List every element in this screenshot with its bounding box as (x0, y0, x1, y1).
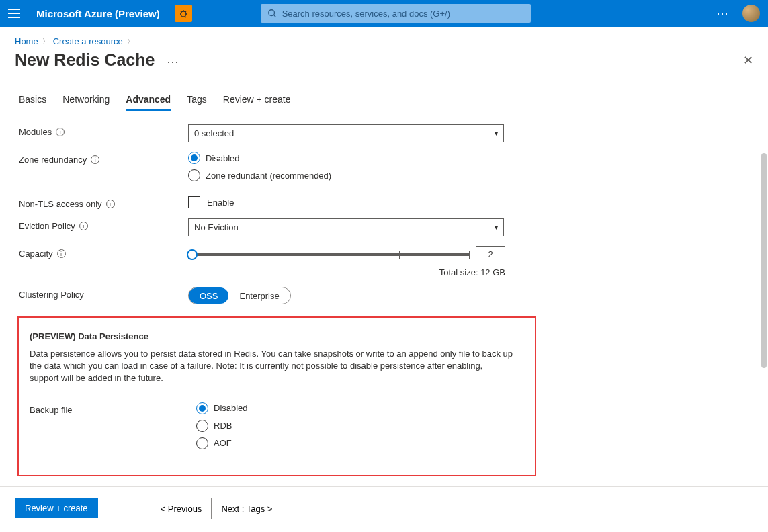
radio-icon (188, 152, 200, 164)
brand-title[interactable]: Microsoft Azure (Preview) (36, 8, 160, 19)
top-nav-bar: Microsoft Azure (Preview) ⋯ (0, 0, 768, 27)
info-icon[interactable]: i (91, 155, 99, 164)
tab-review[interactable]: Review + create (223, 94, 291, 111)
info-icon[interactable]: i (106, 200, 115, 208)
radio-icon (188, 169, 200, 181)
capacity-value-input[interactable]: 2 (476, 246, 505, 263)
checkbox-icon (188, 196, 200, 208)
menu-icon[interactable] (8, 7, 22, 20)
chevron-right-icon: 〉 (42, 37, 49, 46)
backup-label: Backup file (30, 402, 196, 415)
capacity-total: Total size: 12 GB (188, 267, 505, 277)
radio-icon (196, 437, 208, 449)
breadcrumb: Home 〉 Create a resource 〉 (15, 36, 753, 46)
zone-radio-disabled[interactable]: Disabled (188, 152, 504, 164)
radio-icon (196, 402, 208, 414)
tab-row: Basics Networking Advanced Tags Review +… (19, 94, 720, 111)
scrollbar[interactable] (761, 153, 767, 368)
zone-label: Zone redundancy i (19, 152, 188, 165)
chevron-right-icon: 〉 (127, 37, 134, 46)
modules-select[interactable]: 0 selected ▾ (188, 124, 504, 142)
page-title: New Redis Cache (15, 50, 155, 70)
tab-basics[interactable]: Basics (19, 94, 46, 111)
backup-radio-disabled[interactable]: Disabled (196, 402, 512, 414)
persistence-description: Data persistence allows you to persist d… (30, 348, 513, 385)
svg-line-2 (273, 15, 275, 17)
data-persistence-section: (PREVIEW) Data Persistence Data persiste… (17, 316, 536, 476)
chevron-down-icon: ▾ (495, 224, 498, 231)
close-icon[interactable]: ✕ (743, 53, 753, 68)
info-icon[interactable]: i (79, 222, 88, 230)
svg-point-1 (268, 10, 274, 16)
footer-actions: Review + create < Previous Next : Tags > (0, 486, 768, 532)
previous-button[interactable]: < Previous (151, 498, 212, 519)
chevron-down-icon: ▾ (495, 130, 498, 137)
search-icon (267, 9, 277, 18)
zone-radio-redundant[interactable]: Zone redundant (recommended) (188, 169, 504, 181)
eviction-label: Eviction Policy i (19, 218, 188, 231)
title-more-icon[interactable]: ⋯ (167, 54, 179, 69)
modules-label: Modules i (19, 124, 188, 137)
clustering-label: Clustering Policy (19, 287, 188, 300)
backup-radio-aof[interactable]: AOF (196, 437, 512, 449)
info-icon[interactable]: i (57, 249, 66, 258)
avatar[interactable] (742, 5, 760, 22)
breadcrumb-create[interactable]: Create a resource (53, 36, 123, 46)
tab-advanced[interactable]: Advanced (126, 94, 171, 111)
radio-icon (196, 420, 208, 432)
slider-thumb[interactable] (187, 249, 198, 260)
more-icon[interactable]: ⋯ (716, 6, 729, 21)
eviction-select[interactable]: No Eviction ▾ (188, 218, 504, 236)
bug-icon[interactable] (175, 5, 192, 22)
info-icon[interactable]: i (56, 128, 65, 136)
tab-networking[interactable]: Networking (62, 94, 110, 111)
capacity-slider[interactable]: 2 (188, 246, 505, 263)
next-button[interactable]: Next : Tags > (212, 498, 282, 519)
clustering-enterprise-option[interactable]: Enterprise (228, 287, 290, 304)
backup-radio-rdb[interactable]: RDB (196, 420, 512, 432)
review-create-button[interactable]: Review + create (15, 498, 98, 518)
tab-tags[interactable]: Tags (187, 94, 207, 111)
clustering-oss-option[interactable]: OSS (189, 287, 228, 304)
nontls-checkbox[interactable]: Enable (188, 196, 504, 208)
nontls-label: Non-TLS access only i (19, 196, 188, 209)
capacity-label: Capacity i (19, 246, 188, 259)
search-input[interactable] (282, 9, 524, 19)
clustering-toggle: OSS Enterprise (188, 287, 291, 304)
persistence-title: (PREVIEW) Data Persistence (30, 331, 524, 341)
breadcrumb-home[interactable]: Home (15, 36, 38, 46)
global-search[interactable] (261, 4, 531, 23)
